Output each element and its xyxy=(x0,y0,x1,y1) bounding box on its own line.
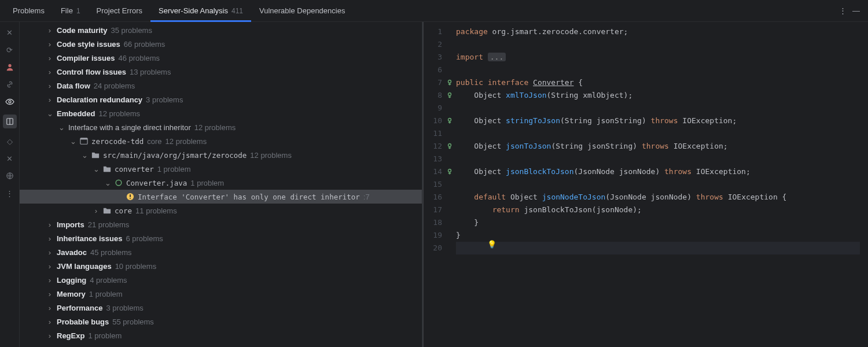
folder-icon xyxy=(103,165,111,173)
eye-icon[interactable] xyxy=(5,97,14,106)
close-icon-2[interactable]: ✕ xyxy=(5,154,14,163)
chevron-down-icon[interactable]: ⌄ xyxy=(81,151,88,160)
chevron-right-icon[interactable]: › xyxy=(93,206,100,215)
toolwindow-toolbar: ✕ ⟳ ◇ ✕ ⋮ xyxy=(0,22,20,347)
problem-row[interactable]: ›Performance3 problems xyxy=(20,301,422,315)
problem-row[interactable]: ›RegExp1 problem xyxy=(20,328,422,342)
problem-row[interactable]: ›Code style issues66 problems xyxy=(20,37,422,51)
warning-icon xyxy=(126,193,134,201)
diamond-icon[interactable]: ◇ xyxy=(5,136,14,146)
refresh-icon[interactable]: ⟳ xyxy=(5,45,14,54)
svg-point-11 xyxy=(448,80,451,83)
editor[interactable]: 12367891011121314151617181920 💡 package … xyxy=(424,22,868,347)
module-icon xyxy=(80,137,88,145)
chevron-right-icon[interactable]: › xyxy=(46,234,53,243)
svg-point-7 xyxy=(116,180,122,186)
gutter-marks xyxy=(446,22,454,347)
problem-row[interactable]: ⌄converter1 problem xyxy=(20,162,422,176)
minimize-icon[interactable]: — xyxy=(852,6,860,15)
problem-row[interactable]: ⌄src/main/java/org/jsmart/zerocode12 pro… xyxy=(20,148,422,162)
chevron-right-icon[interactable]: › xyxy=(46,248,53,257)
chevron-right-icon[interactable]: › xyxy=(46,276,53,285)
problem-row[interactable]: ›Control flow issues13 problems xyxy=(20,65,422,79)
chevron-down-icon[interactable]: ⌄ xyxy=(69,137,76,146)
user-icon[interactable] xyxy=(5,62,14,72)
problem-row[interactable]: ›Code maturity35 problems xyxy=(20,23,422,37)
svg-point-13 xyxy=(448,119,451,121)
chevron-right-icon[interactable]: › xyxy=(46,40,53,49)
svg-point-0 xyxy=(8,64,11,67)
problem-row[interactable]: ⌄Interface with a single direct inherito… xyxy=(20,120,422,134)
tab-problems[interactable]: Problems xyxy=(5,0,53,22)
tab-project-errors[interactable]: Project Errors xyxy=(89,0,150,22)
svg-rect-9 xyxy=(130,194,131,197)
svg-point-1 xyxy=(9,101,11,103)
editor-scrollbar[interactable] xyxy=(860,22,868,347)
problem-row[interactable]: Interface 'Converter' has only one direc… xyxy=(20,190,422,204)
problem-row[interactable]: ›Probable bugs55 problems xyxy=(20,315,422,328)
svg-point-14 xyxy=(448,144,451,147)
kebab-icon[interactable]: ⋮ xyxy=(839,6,847,15)
chevron-right-icon[interactable]: › xyxy=(46,26,53,35)
problems-tabs: Problems File1 Project Errors Server-Sid… xyxy=(0,0,868,22)
chevron-down-icon[interactable]: ⌄ xyxy=(104,179,111,187)
svg-rect-6 xyxy=(80,138,87,140)
problem-row[interactable]: ⌄zerocode-tddcore12 problems xyxy=(20,134,422,148)
chevron-right-icon[interactable]: › xyxy=(46,318,53,326)
chevron-right-icon[interactable]: › xyxy=(46,331,53,340)
chevron-right-icon[interactable]: › xyxy=(46,290,53,298)
chevron-right-icon[interactable]: › xyxy=(46,262,53,271)
close-icon[interactable]: ✕ xyxy=(5,28,14,37)
problem-row[interactable]: ›core11 problems xyxy=(20,204,422,217)
book-icon[interactable] xyxy=(3,115,17,128)
link-icon[interactable] xyxy=(5,80,14,89)
problem-row[interactable]: ›Logging4 problems xyxy=(20,273,422,287)
tab-file[interactable]: File1 xyxy=(53,0,89,22)
chevron-right-icon[interactable]: › xyxy=(46,304,53,312)
svg-point-12 xyxy=(448,93,451,96)
problem-row[interactable]: ⌄Embedded12 problems xyxy=(20,106,422,120)
problems-tree[interactable]: ›Code maturity35 problems›Code style iss… xyxy=(20,22,422,347)
code-area[interactable]: 💡 package org.jsmart.zerocode.converter;… xyxy=(454,22,860,347)
problem-row[interactable]: ›Data flow24 problems xyxy=(20,79,422,93)
tab-server-side-analysis[interactable]: Server-Side Analysis411 xyxy=(150,0,251,22)
problem-row[interactable]: ›Javadoc45 problems xyxy=(20,245,422,259)
chevron-right-icon[interactable]: › xyxy=(46,82,53,90)
gutter-line-numbers: 12367891011121314151617181920 xyxy=(424,22,446,347)
chevron-down-icon[interactable]: ⌄ xyxy=(58,123,65,132)
interface-icon xyxy=(115,179,123,187)
problem-row[interactable]: ›Declaration redundancy3 problems xyxy=(20,93,422,106)
globe-icon[interactable] xyxy=(5,171,14,180)
problem-row[interactable]: ›Imports21 problems xyxy=(20,217,422,231)
tab-vulnerable-dependencies[interactable]: Vulnerable Dependencies xyxy=(251,0,353,22)
problem-row[interactable]: ›JVM languages10 problems xyxy=(20,259,422,273)
chevron-down-icon[interactable]: ⌄ xyxy=(46,109,53,118)
problem-row[interactable]: ⌄Converter.java1 problem xyxy=(20,176,422,190)
folder-icon xyxy=(91,151,100,159)
problem-row[interactable]: ›Inheritance issues6 problems xyxy=(20,231,422,245)
chevron-right-icon[interactable]: › xyxy=(46,95,53,104)
problem-row[interactable]: ›Compiler issues46 problems xyxy=(20,51,422,65)
chevron-right-icon[interactable]: › xyxy=(46,54,53,62)
folder-icon xyxy=(103,206,111,215)
svg-rect-10 xyxy=(130,198,131,199)
problem-row[interactable]: ›Memory1 problem xyxy=(20,287,422,301)
chevron-right-icon[interactable]: › xyxy=(46,220,53,229)
chevron-right-icon[interactable]: › xyxy=(46,68,53,76)
chevron-down-icon[interactable]: ⌄ xyxy=(93,165,100,174)
svg-point-15 xyxy=(448,169,451,172)
more-icon[interactable]: ⋮ xyxy=(5,189,14,198)
intention-bulb-icon[interactable]: 💡 xyxy=(487,238,496,251)
